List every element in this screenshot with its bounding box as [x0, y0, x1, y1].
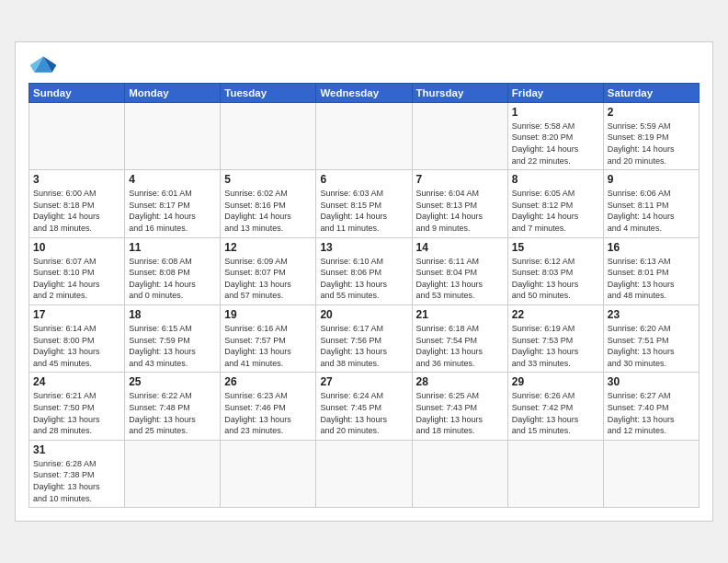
- day-number: 21: [416, 308, 504, 321]
- day-number: 31: [33, 443, 120, 456]
- week-row-2: 10Sunrise: 6:07 AM Sunset: 8:10 PM Dayli…: [29, 237, 700, 304]
- calendar-cell: 3Sunrise: 6:00 AM Sunset: 8:18 PM Daylig…: [29, 170, 125, 237]
- day-info: Sunrise: 6:08 AM Sunset: 8:08 PM Dayligh…: [129, 256, 216, 302]
- day-number: 20: [320, 308, 407, 321]
- day-number: 18: [129, 308, 216, 321]
- day-info: Sunrise: 6:04 AM Sunset: 8:13 PM Dayligh…: [416, 188, 504, 234]
- day-info: Sunrise: 5:59 AM Sunset: 8:19 PM Dayligh…: [608, 121, 695, 167]
- header-cell-monday: Monday: [125, 83, 221, 102]
- calendar-cell: 1Sunrise: 5:58 AM Sunset: 8:20 PM Daylig…: [507, 102, 603, 169]
- logo-icon: [28, 52, 58, 77]
- day-info: Sunrise: 6:11 AM Sunset: 8:04 PM Dayligh…: [416, 256, 504, 302]
- day-number: 6: [320, 173, 407, 186]
- header-cell-friday: Friday: [507, 83, 603, 102]
- calendar-cell: 15Sunrise: 6:12 AM Sunset: 8:03 PM Dayli…: [507, 237, 603, 304]
- day-number: 15: [512, 241, 599, 254]
- calendar-cell: 4Sunrise: 6:01 AM Sunset: 8:17 PM Daylig…: [125, 170, 221, 237]
- header-cell-wednesday: Wednesday: [316, 83, 412, 102]
- day-number: 19: [224, 308, 312, 321]
- calendar-body: 1Sunrise: 5:58 AM Sunset: 8:20 PM Daylig…: [29, 102, 700, 507]
- calendar-cell: [221, 102, 316, 169]
- calendar-cell: 22Sunrise: 6:19 AM Sunset: 7:53 PM Dayli…: [507, 305, 603, 373]
- day-info: Sunrise: 6:03 AM Sunset: 8:15 PM Dayligh…: [320, 188, 407, 234]
- day-number: 5: [224, 173, 312, 186]
- calendar-cell: [412, 440, 507, 507]
- day-info: Sunrise: 6:01 AM Sunset: 8:17 PM Dayligh…: [129, 188, 216, 234]
- day-info: Sunrise: 6:28 AM Sunset: 7:38 PM Dayligh…: [33, 458, 120, 504]
- day-info: Sunrise: 6:10 AM Sunset: 8:06 PM Dayligh…: [320, 256, 407, 302]
- day-info: Sunrise: 6:19 AM Sunset: 7:53 PM Dayligh…: [512, 323, 599, 369]
- day-number: 4: [129, 173, 216, 186]
- calendar-cell: [412, 102, 507, 169]
- week-row-5: 31Sunrise: 6:28 AM Sunset: 7:38 PM Dayli…: [29, 440, 700, 507]
- calendar-cell: 17Sunrise: 6:14 AM Sunset: 8:00 PM Dayli…: [29, 305, 125, 373]
- day-number: 25: [129, 375, 216, 388]
- calendar-cell: [316, 440, 412, 507]
- day-info: Sunrise: 6:15 AM Sunset: 7:59 PM Dayligh…: [129, 323, 216, 369]
- calendar-cell: 11Sunrise: 6:08 AM Sunset: 8:08 PM Dayli…: [125, 237, 221, 304]
- day-number: 1: [512, 106, 599, 119]
- day-info: Sunrise: 6:12 AM Sunset: 8:03 PM Dayligh…: [512, 256, 599, 302]
- day-number: 30: [608, 375, 695, 388]
- day-info: Sunrise: 6:02 AM Sunset: 8:16 PM Dayligh…: [224, 188, 312, 234]
- day-number: 9: [608, 173, 695, 186]
- calendar-cell: 7Sunrise: 6:04 AM Sunset: 8:13 PM Daylig…: [412, 170, 507, 237]
- day-info: Sunrise: 6:13 AM Sunset: 8:01 PM Dayligh…: [608, 256, 695, 302]
- day-number: 10: [33, 241, 120, 254]
- header-row: SundayMondayTuesdayWednesdayThursdayFrid…: [29, 83, 700, 102]
- day-number: 17: [33, 308, 120, 321]
- day-info: Sunrise: 6:21 AM Sunset: 7:50 PM Dayligh…: [33, 390, 120, 436]
- calendar-cell: 21Sunrise: 6:18 AM Sunset: 7:54 PM Dayli…: [412, 305, 507, 373]
- calendar-container: SundayMondayTuesdayWednesdayThursdayFrid…: [15, 41, 713, 522]
- calendar-thead: SundayMondayTuesdayWednesdayThursdayFrid…: [29, 83, 700, 102]
- day-info: Sunrise: 6:07 AM Sunset: 8:10 PM Dayligh…: [33, 256, 120, 302]
- day-info: Sunrise: 5:58 AM Sunset: 8:20 PM Dayligh…: [512, 121, 599, 167]
- week-row-3: 17Sunrise: 6:14 AM Sunset: 8:00 PM Dayli…: [29, 305, 700, 373]
- day-number: 16: [608, 241, 695, 254]
- day-number: 22: [512, 308, 599, 321]
- calendar-cell: 24Sunrise: 6:21 AM Sunset: 7:50 PM Dayli…: [29, 373, 125, 440]
- day-number: 13: [320, 241, 407, 254]
- day-info: Sunrise: 6:17 AM Sunset: 7:56 PM Dayligh…: [320, 323, 407, 369]
- calendar-cell: 14Sunrise: 6:11 AM Sunset: 8:04 PM Dayli…: [412, 237, 507, 304]
- day-number: 23: [608, 308, 695, 321]
- calendar-cell: 18Sunrise: 6:15 AM Sunset: 7:59 PM Dayli…: [125, 305, 221, 373]
- day-number: 2: [608, 106, 695, 119]
- header-cell-sunday: Sunday: [29, 83, 125, 102]
- week-row-1: 3Sunrise: 6:00 AM Sunset: 8:18 PM Daylig…: [29, 170, 700, 237]
- calendar-cell: 25Sunrise: 6:22 AM Sunset: 7:48 PM Dayli…: [125, 373, 221, 440]
- calendar-cell: 13Sunrise: 6:10 AM Sunset: 8:06 PM Dayli…: [316, 237, 412, 304]
- calendar-header: [28, 52, 700, 77]
- calendar-cell: 16Sunrise: 6:13 AM Sunset: 8:01 PM Dayli…: [603, 237, 699, 304]
- day-info: Sunrise: 6:00 AM Sunset: 8:18 PM Dayligh…: [33, 188, 120, 234]
- calendar-cell: 2Sunrise: 5:59 AM Sunset: 8:19 PM Daylig…: [603, 102, 699, 169]
- day-info: Sunrise: 6:24 AM Sunset: 7:45 PM Dayligh…: [320, 390, 407, 436]
- calendar-table: SundayMondayTuesdayWednesdayThursdayFrid…: [28, 83, 700, 508]
- day-info: Sunrise: 6:16 AM Sunset: 7:57 PM Dayligh…: [224, 323, 312, 369]
- calendar-cell: 28Sunrise: 6:25 AM Sunset: 7:43 PM Dayli…: [412, 373, 507, 440]
- calendar-cell: 26Sunrise: 6:23 AM Sunset: 7:46 PM Dayli…: [221, 373, 316, 440]
- logo: [28, 52, 63, 77]
- day-info: Sunrise: 6:27 AM Sunset: 7:40 PM Dayligh…: [608, 390, 695, 436]
- calendar-cell: 31Sunrise: 6:28 AM Sunset: 7:38 PM Dayli…: [29, 440, 125, 507]
- day-info: Sunrise: 6:14 AM Sunset: 8:00 PM Dayligh…: [33, 323, 120, 369]
- calendar-cell: 29Sunrise: 6:26 AM Sunset: 7:42 PM Dayli…: [507, 373, 603, 440]
- day-info: Sunrise: 6:25 AM Sunset: 7:43 PM Dayligh…: [416, 390, 504, 436]
- calendar-cell: [125, 102, 221, 169]
- day-number: 14: [416, 241, 504, 254]
- calendar-cell: [507, 440, 603, 507]
- day-info: Sunrise: 6:22 AM Sunset: 7:48 PM Dayligh…: [129, 390, 216, 436]
- calendar-cell: [221, 440, 316, 507]
- day-number: 8: [512, 173, 599, 186]
- day-number: 12: [224, 241, 312, 254]
- calendar-cell: 27Sunrise: 6:24 AM Sunset: 7:45 PM Dayli…: [316, 373, 412, 440]
- week-row-0: 1Sunrise: 5:58 AM Sunset: 8:20 PM Daylig…: [29, 102, 700, 169]
- calendar-cell: 30Sunrise: 6:27 AM Sunset: 7:40 PM Dayli…: [603, 373, 699, 440]
- day-info: Sunrise: 6:18 AM Sunset: 7:54 PM Dayligh…: [416, 323, 504, 369]
- calendar-cell: 8Sunrise: 6:05 AM Sunset: 8:12 PM Daylig…: [507, 170, 603, 237]
- day-info: Sunrise: 6:20 AM Sunset: 7:51 PM Dayligh…: [608, 323, 695, 369]
- calendar-cell: [316, 102, 412, 169]
- day-number: 28: [416, 375, 504, 388]
- day-number: 7: [416, 173, 504, 186]
- header-cell-saturday: Saturday: [603, 83, 699, 102]
